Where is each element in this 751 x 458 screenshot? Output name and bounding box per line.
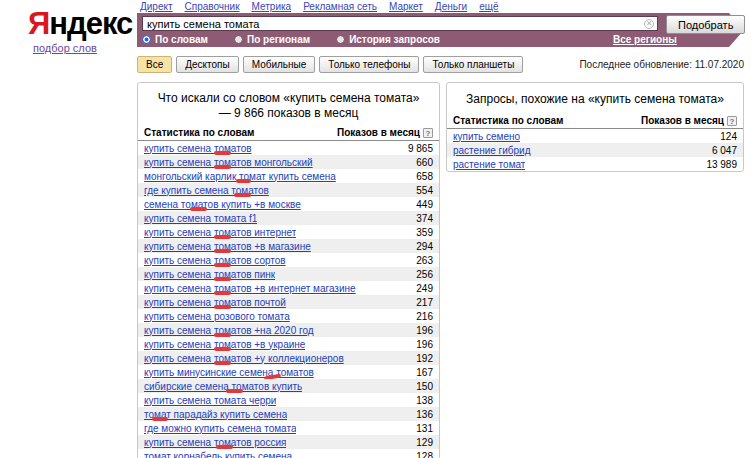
tab-все[interactable]: Все — [137, 56, 172, 73]
keyword-link[interactable]: семена томатов купить +в москве — [144, 199, 301, 210]
impressions-value: 256 — [416, 269, 433, 280]
table-row: где купить семена томатов 554 — [138, 183, 439, 197]
column-header-count: Показов в месяц — [337, 127, 420, 138]
table-row: купить семено 124 — [447, 129, 743, 143]
nav-link-деньги[interactable]: Деньги — [435, 1, 467, 12]
tab-мобильные[interactable]: Мобильные — [243, 56, 316, 73]
impressions-value: 660 — [416, 157, 433, 168]
search-mode-radios: По словамПо регионамИстория запросов — [142, 34, 466, 45]
keyword-link[interactable]: купить семена томатов +у коллекционеров — [144, 353, 344, 364]
device-tabs: ВсеДесктопыМобильныеТолько телефоныТольк… — [137, 56, 523, 73]
nav-link-справочник[interactable]: Справочник — [185, 1, 240, 12]
clear-input-icon[interactable]: ✕ — [644, 19, 654, 29]
tab-десктопы[interactable]: Десктопы — [176, 56, 238, 73]
radio-icon[interactable] — [234, 35, 243, 44]
table-row: монгольский карлик томат купить семена 6… — [138, 169, 439, 183]
all-regions-link[interactable]: Все регионы — [613, 34, 677, 45]
impressions-value: 124 — [720, 131, 737, 142]
impressions-value: 196 — [416, 325, 433, 336]
left-table-body: купить семена томатов 9 865 купить семен… — [138, 141, 439, 458]
table-row: растение гибрид 6 047 — [447, 143, 743, 157]
tab-только-планшеты[interactable]: Только планшеты — [423, 56, 523, 73]
search-submit-button[interactable]: Подобрать — [666, 15, 745, 34]
search-mode-selected[interactable]: По словам — [142, 34, 208, 45]
table-row: растение томат 13 989 — [447, 157, 743, 171]
impressions-value: 138 — [416, 395, 433, 406]
table-row: купить семена томатов сортов 263 — [138, 253, 439, 267]
impressions-value: 150 — [416, 381, 433, 392]
table-row: купить семена томата f1 374 — [138, 211, 439, 225]
tab-только-телефоны[interactable]: Только телефоны — [319, 56, 419, 73]
impressions-value: 294 — [416, 241, 433, 252]
last-update-label: Последнее обновление: 11.07.2020 — [579, 59, 744, 70]
keyword-link[interactable]: растение томат — [453, 159, 525, 170]
keyword-link[interactable]: купить семена томата f1 — [144, 213, 257, 224]
top-nav: ДиректСправочникМетрикаРекламная сетьМар… — [140, 1, 511, 12]
impressions-value: 217 — [416, 297, 433, 308]
impressions-value: 13 989 — [706, 159, 737, 170]
table-row: купить семена томатов +в украине 196 — [138, 337, 439, 351]
right-table-header: Статистика по словам Показов в месяц ? — [447, 114, 743, 129]
impressions-value: 196 — [416, 339, 433, 350]
table-row: томат корнабель купить семена 128 — [138, 449, 439, 458]
keyword-link[interactable]: растение гибрид — [453, 145, 531, 156]
table-row: купить семена томатов +в интернет магази… — [138, 281, 439, 295]
table-row: купить семена томатов +в магазине 294 — [138, 239, 439, 253]
search-mode-option[interactable]: По регионам — [234, 34, 310, 45]
impressions-value: 658 — [416, 171, 433, 182]
help-icon[interactable]: ? — [423, 128, 433, 138]
keyword-link[interactable]: томат корнабель купить семена — [144, 451, 292, 458]
radio-selected-icon[interactable] — [142, 35, 151, 44]
help-icon[interactable]: ? — [727, 116, 737, 126]
yandex-logo[interactable]: Яндекс — [28, 6, 132, 42]
yandex-logo-ya: Я — [28, 6, 49, 41]
column-header-phrase: Статистика по словам — [453, 115, 563, 126]
impressions-value: 129 — [416, 437, 433, 448]
nav-link-рекламная-сеть[interactable]: Рекламная сеть — [303, 1, 377, 12]
nav-link-ещё[interactable]: ещё — [479, 1, 498, 12]
table-row: купить семена томатов +у коллекционеров … — [138, 351, 439, 365]
keyword-stats-panel: Что искали со словом «купить семена тома… — [137, 82, 440, 458]
table-row: купить семена томатов интернет 359 — [138, 225, 439, 239]
impressions-value: 128 — [416, 451, 433, 458]
table-row: купить семена томатов почтой 217 — [138, 295, 439, 309]
table-row: купить семена томатов монгольский 660 — [138, 155, 439, 169]
impressions-value: 6 047 — [712, 145, 737, 156]
impressions-value: 374 — [416, 213, 433, 224]
nav-link-метрика[interactable]: Метрика — [252, 1, 292, 12]
table-row: семена томатов купить +в москве 449 — [138, 197, 439, 211]
impressions-value: 554 — [416, 185, 433, 196]
impressions-value: 359 — [416, 227, 433, 238]
table-row: купить семена томатов 9 865 — [138, 141, 439, 155]
nav-link-директ[interactable]: Директ — [140, 1, 173, 12]
impressions-value: 136 — [416, 409, 433, 420]
column-header-count: Показов в месяц — [641, 115, 724, 126]
impressions-value: 131 — [416, 423, 433, 434]
table-row: купить семена томатов пинк 256 — [138, 267, 439, 281]
search-input[interactable] — [142, 16, 658, 31]
search-mode-label: По регионам — [247, 34, 310, 45]
keyword-link[interactable]: купить семена томатов +в интернет магази… — [144, 283, 356, 294]
table-row: где можно купить семена томата 131 — [138, 421, 439, 435]
keyword-link[interactable]: купить семено — [453, 131, 520, 142]
table-row: сибирские семена томатов купить 150 — [138, 379, 439, 393]
table-row: купить семена томата черри 138 — [138, 393, 439, 407]
nav-link-маркет[interactable]: Маркет — [389, 1, 423, 12]
similar-queries-panel: Запросы, похожие на «купить семена томат… — [446, 82, 744, 172]
right-panel-title: Запросы, похожие на «купить семена томат… — [447, 83, 743, 114]
radio-icon[interactable] — [336, 35, 345, 44]
impressions-value: 9 865 — [408, 143, 433, 154]
keyword-link[interactable]: где можно купить семена томата — [144, 423, 296, 434]
left-table-header: Статистика по словам Показов в месяц ? — [138, 126, 439, 141]
impressions-value: 192 — [416, 353, 433, 364]
keyword-link[interactable]: купить семена томатов — [144, 143, 252, 154]
impressions-value: 449 — [416, 199, 433, 210]
keyword-link[interactable]: купить семена томата черри — [144, 395, 276, 406]
service-link-podbor-slov[interactable]: подбор слов — [33, 42, 97, 54]
search-mode-option[interactable]: История запросов — [336, 34, 440, 45]
keyword-link[interactable]: купить семена томатов пинк — [144, 269, 275, 280]
keyword-link[interactable]: купить семена розового томата — [144, 311, 290, 322]
table-row: купить минусинские семена томатов 167 — [138, 365, 439, 379]
keyword-link[interactable]: купить минусинские семена томатов — [144, 367, 314, 378]
keyword-link[interactable]: сибирские семена томатов купить — [144, 381, 302, 392]
